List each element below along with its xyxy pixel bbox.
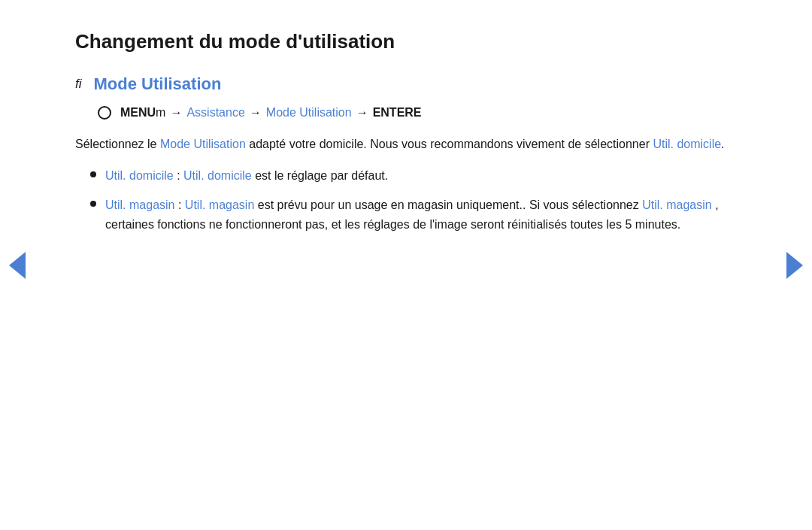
desc-text-2: adapté votre domicile. Nous vous recomma… <box>246 138 653 150</box>
menu-keyword: MENUm <box>120 106 165 120</box>
bullet-dot-2 <box>90 201 96 207</box>
list-item: Util. magasin : Util. magasin est prévu … <box>90 195 752 234</box>
section-header-row: fi Mode Utilisation <box>75 74 752 94</box>
bullet-content-2: Util. magasin : Util. magasin est prévu … <box>105 195 752 234</box>
description-paragraph: Sélectionnez le Mode Utilisation adapté … <box>75 135 752 154</box>
menu-assistance-link: Assistance <box>186 106 244 120</box>
bullet1-link2: Util. domicile <box>183 169 252 182</box>
desc-text-3: . <box>721 138 724 150</box>
bullet-list: Util. domicile : Util. domicile est le r… <box>90 166 752 235</box>
bullet1-rest: est le réglage par défaut. <box>255 169 388 182</box>
desc-text-1: Sélectionnez le <box>75 138 160 150</box>
bullet-content-1: Util. domicile : Util. domicile est le r… <box>105 166 752 186</box>
list-item: Util. domicile : Util. domicile est le r… <box>90 166 752 186</box>
bullet2-link3: Util. magasin <box>642 198 711 211</box>
menu-path-row: MENUm → Assistance → Mode Utilisation → … <box>98 106 752 120</box>
bullet-dot-1 <box>90 171 96 177</box>
bullet2-link1: Util. magasin <box>105 198 174 211</box>
page-container: Changement du mode d'utilisation fi Mode… <box>0 0 812 530</box>
desc-util-domicile-link: Util. domicile <box>653 138 721 150</box>
bullet1-separator: : <box>177 169 183 182</box>
section-title: Mode Utilisation <box>94 74 222 94</box>
arrow1: → <box>170 106 182 120</box>
bullet2-rest1: est prévu pour un usage en magasin uniqu… <box>258 198 642 211</box>
desc-mode-link: Mode Utilisation <box>160 138 246 150</box>
menu-mode-utilisation-link: Mode Utilisation <box>266 106 352 120</box>
fi-label: fi <box>75 77 82 92</box>
arrow2: → <box>250 106 262 120</box>
circle-icon <box>98 106 111 120</box>
arrow3: → <box>356 106 368 120</box>
nav-arrow-left[interactable] <box>9 252 26 279</box>
nav-arrow-right[interactable] <box>786 252 803 279</box>
bullet2-separator: : <box>178 198 185 211</box>
bullet1-link1: Util. domicile <box>105 169 174 182</box>
bullet2-link2: Util. magasin <box>185 198 254 211</box>
page-title: Changement du mode d'utilisation <box>75 30 752 53</box>
menu-entere: ENTERE <box>373 106 422 120</box>
